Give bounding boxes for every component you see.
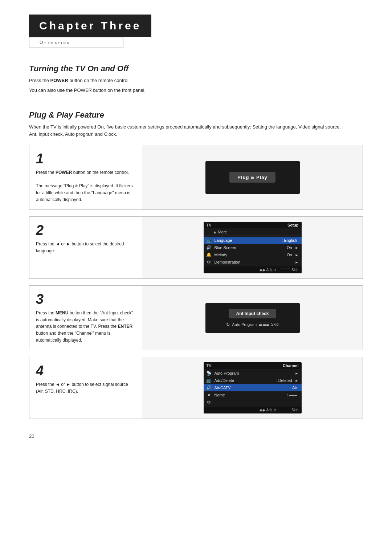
plug-play-intro: When the TV is initially powered On, fiv…: [29, 123, 341, 139]
step-4-menu-body: 📡 Auto Program ► 📺 Add/Delete : Deleted …: [204, 369, 302, 407]
channel-footer-skip: ☰☰☰ Skip: [281, 408, 298, 412]
melody-icon: 🔔: [205, 252, 213, 257]
channel-tv-label: TV: [207, 363, 212, 368]
ant-input-check-label: Ant Input check: [229, 309, 276, 318]
language-value: : English: [282, 238, 297, 242]
melody-arrow: ►: [295, 253, 299, 257]
turning-on-desc2: You can also use the POWER button on the…: [29, 87, 363, 94]
channel-footer-adjust: ◆◆ Adjust: [260, 408, 276, 412]
plug-play-title: Plug & Play Feature: [29, 110, 363, 120]
auto-program-icon-ch: 📡: [205, 371, 213, 376]
plug-play-section: Plug & Play Feature When the TV is initi…: [29, 110, 363, 139]
name-label: Name: [215, 393, 286, 397]
air-catv-value: : Air: [290, 386, 297, 390]
step-4-row: 4 Press the ◄ or ► button to select sign…: [29, 357, 363, 419]
demonstration-icon: ⚙: [205, 260, 213, 265]
add-delete-arrow: ►: [295, 379, 299, 383]
turning-on-title: Turning the TV On and Off: [29, 64, 363, 73]
step-3-row: 3 Press the MENU button then the "Ant In…: [29, 285, 363, 350]
more-icon: ▲ More: [213, 230, 227, 234]
chapter-subtitle-box: Operation: [29, 37, 123, 48]
step-4-menu-footer: ◆◆ Adjust ☰☰☰ Skip: [204, 407, 302, 413]
step-2-menu-header: TV Setup: [204, 222, 302, 228]
turning-on-desc1: Press the POWER button on the remote con…: [29, 77, 363, 85]
air-catv-label: Air/CATV: [215, 386, 289, 390]
menu-tv-label: TV: [207, 223, 212, 227]
page-number: 20: [29, 433, 363, 439]
menu-row-language: 📺 Language : English: [204, 237, 302, 244]
step-3-desc: Press the MENU button then the "Ant Inpu…: [36, 310, 135, 343]
menu-row-blue-screen: 🔊 Blue Screen : On ►: [204, 244, 302, 251]
step-3-screen: Ant Input check ↻ Auto Program ☰☰☰ Skip: [205, 303, 300, 333]
auto-program-label: Auto Program: [232, 322, 257, 327]
channel-menu-title: Channel: [283, 363, 298, 368]
ant-auto-program: ↻ Auto Program ☰☰☰ Skip: [226, 322, 278, 327]
desc1-post: button on the remote control.: [68, 78, 130, 83]
step-3-left: 3 Press the MENU button then the "Ant In…: [29, 286, 142, 350]
name-icon: ✕: [205, 392, 213, 398]
ant-skip-label: ☰☰☰ Skip: [259, 322, 278, 327]
step-1-right: Plug & Play: [142, 145, 363, 209]
blue-screen-value: : On: [285, 245, 292, 250]
step-1-desc: Press the POWER button on the remote con…: [36, 169, 135, 203]
auto-program-icon: ↻: [226, 322, 230, 327]
melody-label: Melody: [215, 253, 283, 257]
menu-row-name: ✕ Name : ——: [204, 391, 302, 399]
step-3-right: Ant Input check ↻ Auto Program ☰☰☰ Skip: [142, 286, 363, 350]
chapter-title-box: Chapter Three: [29, 15, 151, 37]
menu-row-air-catv: 🔊 Air/CATV : Air: [204, 384, 302, 391]
turning-on-section: Turning the TV On and Off Press the POWE…: [29, 64, 363, 94]
footer-skip: ☰☰☰ Skip: [281, 268, 298, 272]
menu-row-melody: 🔔 Melody : On ►: [204, 251, 302, 258]
step-2-left: 2 Press the ◄ or ► button to select the …: [29, 217, 142, 278]
language-label: Language: [215, 238, 281, 242]
plug-play-button-label: Plug & Play: [229, 172, 275, 183]
step-2-right: TV Setup ▲ More 📺 Language : English 🔊 B…: [142, 217, 363, 278]
step-4-desc: Press the ◄ or ► button to select signal…: [36, 381, 135, 395]
blue-screen-arrow: ►: [295, 246, 299, 250]
step-2-number: 2: [36, 223, 135, 237]
desc1-pre: Press the: [29, 78, 50, 83]
blue-screen-icon: 🔊: [205, 245, 213, 250]
step-1-row: 1 Press the POWER button on the remote c…: [29, 145, 363, 210]
add-delete-value: : Deleted: [276, 378, 292, 383]
melody-value: : On: [285, 253, 292, 257]
extra-icon: ⚙: [205, 400, 213, 405]
step-2-menu-footer: ◆◆ Adjust ☰☰☰ Skip: [204, 266, 302, 273]
menu-divider-1: [205, 236, 300, 236]
air-catv-icon: 🔊: [205, 385, 213, 390]
menu-title: Setup: [287, 223, 299, 227]
step-3-number: 3: [36, 292, 135, 306]
demonstration-arrow: ►: [295, 260, 299, 264]
auto-program-arrow: ►: [295, 371, 299, 375]
step-2-row: 2 Press the ◄ or ► button to select the …: [29, 216, 363, 279]
footer-adjust: ◆◆ Adjust: [260, 268, 276, 272]
more-row: ▲ More: [204, 229, 302, 235]
step-1-screen: Plug & Play: [205, 161, 300, 194]
desc1-bold: POWER: [50, 78, 68, 83]
language-icon: 📺: [205, 238, 213, 243]
step-2-screen: TV Setup ▲ More 📺 Language : English 🔊 B…: [204, 222, 302, 273]
menu-row-extra: ⚙: [204, 399, 302, 406]
step-4-screen: TV Channel 📡 Auto Program ► 📺 Add/Delete…: [204, 362, 302, 413]
menu-row-auto-program: 📡 Auto Program ►: [204, 370, 302, 377]
step-4-right: TV Channel 📡 Auto Program ► 📺 Add/Delete…: [142, 357, 363, 419]
menu-row-add-delete: 📺 Add/Delete : Deleted ►: [204, 377, 302, 384]
name-value: : ——: [287, 393, 297, 397]
demonstration-label: Demonstration: [215, 260, 291, 264]
add-delete-label: Add/Delete: [215, 378, 275, 383]
step-4-left: 4 Press the ◄ or ► button to select sign…: [29, 357, 142, 419]
auto-program-ch-label: Auto Program: [215, 371, 294, 375]
step-1-left: 1 Press the POWER button on the remote c…: [29, 145, 142, 209]
step-4-menu-header: TV Channel: [204, 362, 302, 369]
step-2-desc: Press the ◄ or ► button to select the de…: [36, 241, 135, 254]
blue-screen-label: Blue Screen: [215, 245, 283, 250]
chapter-header: Chapter Three Operation: [29, 15, 363, 48]
add-delete-icon: 📺: [205, 378, 213, 383]
menu-row-demonstration: ⚙ Demonstration ►: [204, 258, 302, 266]
step-4-number: 4: [36, 364, 135, 378]
step-2-menu-body: ▲ More 📺 Language : English 🔊 Blue Scree…: [204, 228, 302, 266]
step-1-number: 1: [36, 152, 135, 166]
